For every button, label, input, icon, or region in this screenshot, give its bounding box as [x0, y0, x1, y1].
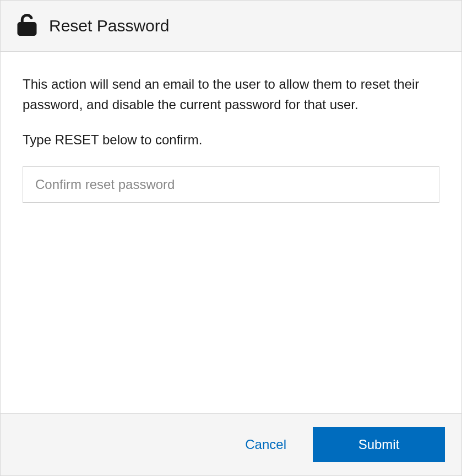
- cancel-button[interactable]: Cancel: [227, 427, 304, 462]
- dialog-title: Reset Password: [49, 17, 169, 35]
- dialog-body: This action will send an email to the us…: [1, 52, 461, 413]
- dialog-description: This action will send an email to the us…: [23, 74, 439, 115]
- confirm-instruction: Type RESET below to confirm.: [23, 130, 439, 150]
- submit-button[interactable]: Submit: [313, 427, 445, 462]
- unlock-icon: [17, 14, 37, 38]
- dialog-header: Reset Password: [1, 1, 461, 52]
- confirm-reset-input[interactable]: [23, 166, 439, 203]
- reset-password-dialog: Reset Password This action will send an …: [0, 0, 462, 476]
- dialog-footer: Cancel Submit: [1, 413, 461, 475]
